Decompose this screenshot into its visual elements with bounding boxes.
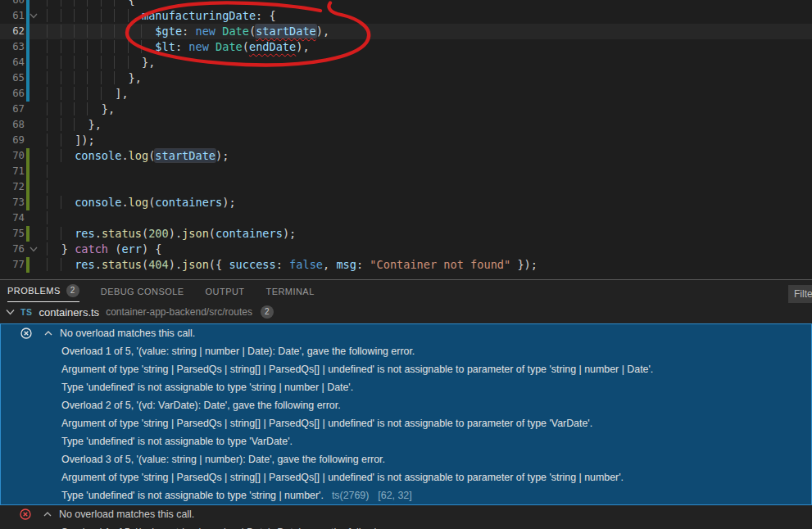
gutter-added-bar xyxy=(26,257,29,273)
line-number[interactable]: 71 xyxy=(0,164,25,179)
gutter-added-bar xyxy=(26,226,29,242)
line-number[interactable]: 70 xyxy=(0,148,25,164)
problem-detail-row[interactable]: Overload 1 of 5, '(value: string | numbe… xyxy=(0,523,812,529)
panel-tabs: PROBLEMS2DEBUG CONSOLEOUTPUTTERMINAL xyxy=(0,280,812,302)
problem-message: No overload matches this call. xyxy=(60,328,195,339)
problem-group-selected: No overload matches this call.Overload 1… xyxy=(0,323,812,505)
code-line-75[interactable]: 75 res.status(200).json(containers); xyxy=(0,226,812,242)
code-line-64[interactable]: 64 }, xyxy=(0,55,812,70)
code-line-62[interactable]: 62 $gte: new Date(startDate), xyxy=(0,24,812,39)
gutter-modified-bar xyxy=(26,86,29,102)
problem-message: Type 'undefined' is not assignable to ty… xyxy=(61,490,324,501)
panel-tab-terminal[interactable]: TERMINAL xyxy=(265,280,314,302)
problem-detail-row[interactable]: Overload 3 of 5, '(value: string | numbe… xyxy=(1,450,811,468)
code-editor[interactable]: 60 {61 manufacturingDate: {62 $gte: new … xyxy=(0,0,812,279)
code-line-76[interactable]: 76 } catch (err) { xyxy=(0,242,812,257)
problem-message: Argument of type 'string | ParsedQs | st… xyxy=(61,364,653,375)
line-number[interactable]: 74 xyxy=(0,210,25,226)
panel-tab-debug-console[interactable]: DEBUG CONSOLE xyxy=(101,280,184,302)
problem-detail-row[interactable]: Type 'undefined' is not assignable to ty… xyxy=(1,378,811,396)
problem-message: Overload 1 of 5, '(value: string | numbe… xyxy=(61,346,415,357)
problem-message: No overload matches this call. xyxy=(59,509,194,520)
problems-file-group-header[interactable]: TS containers.ts container-app-backend/s… xyxy=(0,303,812,321)
panel-tab-label: DEBUG CONSOLE xyxy=(101,287,184,296)
gutter-modified-bar xyxy=(26,55,29,70)
problem-detail-row[interactable]: Argument of type 'string | ParsedQs | st… xyxy=(1,414,811,432)
code-line-66[interactable]: 66 ], xyxy=(0,86,812,102)
code-text xyxy=(34,179,61,195)
code-text: }, xyxy=(34,55,155,70)
line-number[interactable]: 76 xyxy=(0,242,25,257)
line-number[interactable]: 73 xyxy=(0,195,25,210)
problems-count-badge: 2 xyxy=(66,284,79,297)
problem-position: [62, 32] xyxy=(378,490,411,501)
problem-detail-row[interactable]: Overload 2 of 5, '(vd: VarDate): Date', … xyxy=(1,396,811,414)
panel-tab-problems[interactable]: PROBLEMS2 xyxy=(7,280,79,302)
error-icon xyxy=(20,328,32,339)
filter-input[interactable]: Filter xyxy=(788,285,812,303)
line-number[interactable]: 63 xyxy=(0,39,25,55)
problem-detail-row[interactable]: Type 'undefined' is not assignable to ty… xyxy=(1,432,811,450)
problem-detail-row[interactable]: Argument of type 'string | ParsedQs | st… xyxy=(1,468,811,486)
code-line-74[interactable]: 74 xyxy=(0,210,812,226)
code-text: console.log(startDate); xyxy=(34,148,229,164)
code-text: manufacturingDate: { xyxy=(34,8,276,24)
problem-message: Type 'undefined' is not assignable to ty… xyxy=(61,436,293,447)
problem-row[interactable]: No overload matches this call. xyxy=(1,324,811,342)
panel-tab-label: TERMINAL xyxy=(265,287,314,296)
problem-detail-row[interactable]: Type 'undefined' is not assignable to ty… xyxy=(1,486,811,504)
line-number[interactable]: 69 xyxy=(0,133,25,148)
code-line-77[interactable]: 77 res.status(404).json({ success: false… xyxy=(0,257,812,273)
gutter-modified-bar xyxy=(26,0,29,8)
code-line-69[interactable]: 69 ]); xyxy=(0,133,812,148)
error-icon xyxy=(20,509,31,520)
code-text xyxy=(34,210,61,226)
code-text: }, xyxy=(34,70,142,86)
panel-tab-label: PROBLEMS xyxy=(7,286,61,296)
line-number[interactable]: 72 xyxy=(0,179,25,195)
line-number[interactable]: 60 xyxy=(0,0,25,8)
line-number[interactable]: 68 xyxy=(0,117,25,133)
problem-source: ts(2769) xyxy=(332,490,369,501)
collapse-chevron-icon[interactable] xyxy=(43,512,52,517)
gutter-modified-bar xyxy=(26,70,29,86)
line-number[interactable]: 75 xyxy=(0,226,25,242)
code-line-71[interactable]: 71 xyxy=(0,164,812,179)
gutter-added-bar xyxy=(26,164,29,179)
code-line-65[interactable]: 65 }, xyxy=(0,70,812,86)
code-line-70[interactable]: 70 console.log(startDate); xyxy=(0,148,812,164)
gutter-added-bar xyxy=(26,195,29,210)
panel-tab-output[interactable]: OUTPUT xyxy=(206,280,245,302)
code-line-73[interactable]: 73 console.log(containers); xyxy=(0,195,812,210)
gutter-added-bar xyxy=(26,179,29,195)
code-line-63[interactable]: 63 $lt: new Date(endDate), xyxy=(0,39,812,55)
code-line-72[interactable]: 72 xyxy=(0,179,812,195)
code-text xyxy=(34,164,61,179)
code-line-60[interactable]: 60 { xyxy=(0,0,812,8)
code-text: $lt: new Date(endDate), xyxy=(34,39,310,55)
code-line-68[interactable]: 68 }, xyxy=(0,117,812,133)
line-number[interactable]: 64 xyxy=(0,55,25,70)
collapse-chevron-icon[interactable] xyxy=(44,331,52,336)
problem-message: Overload 3 of 5, '(value: string | numbe… xyxy=(61,454,385,465)
problem-detail-row[interactable]: Overload 1 of 5, '(value: string | numbe… xyxy=(1,342,811,360)
line-number[interactable]: 61 xyxy=(0,8,25,24)
file-problem-count-badge: 2 xyxy=(261,305,274,319)
line-number[interactable]: 77 xyxy=(0,257,25,273)
code-line-61[interactable]: 61 manufacturingDate: { xyxy=(0,8,812,24)
line-number[interactable]: 65 xyxy=(0,70,25,86)
problem-message: Argument of type 'string | ParsedQs | st… xyxy=(61,418,592,429)
line-number[interactable]: 66 xyxy=(0,86,25,102)
problem-detail-row[interactable]: Argument of type 'string | ParsedQs | st… xyxy=(1,360,811,378)
code-line-67[interactable]: 67 }, xyxy=(0,102,812,117)
gutter-modified-bar xyxy=(26,24,29,39)
code-text: }, xyxy=(34,117,102,133)
code-text: } catch (err) { xyxy=(34,242,162,257)
problem-message: Argument of type 'string | ParsedQs | st… xyxy=(61,472,624,483)
code-text: res.status(404).json({ success: false, m… xyxy=(34,257,538,273)
line-number[interactable]: 62 xyxy=(0,24,25,39)
problem-row[interactable]: No overload matches this call. xyxy=(0,505,812,523)
problems-list: TS containers.ts container-app-backend/s… xyxy=(0,303,812,529)
code-text: }, xyxy=(34,102,115,117)
line-number[interactable]: 67 xyxy=(0,102,25,117)
